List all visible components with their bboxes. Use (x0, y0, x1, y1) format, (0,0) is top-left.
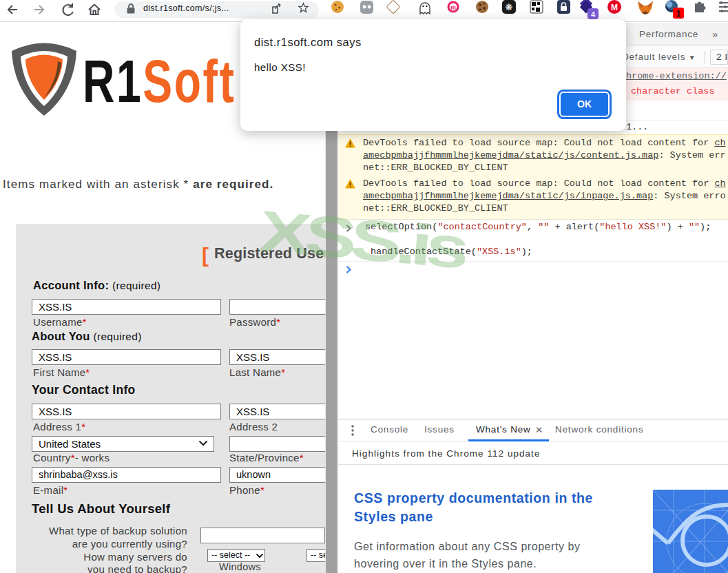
svg-text:m: m (450, 4, 456, 11)
svg-text:❋: ❋ (506, 2, 513, 12)
svg-text:4: 4 (591, 10, 596, 19)
svg-text:M: M (611, 3, 618, 12)
svg-text:1: 1 (676, 9, 681, 19)
